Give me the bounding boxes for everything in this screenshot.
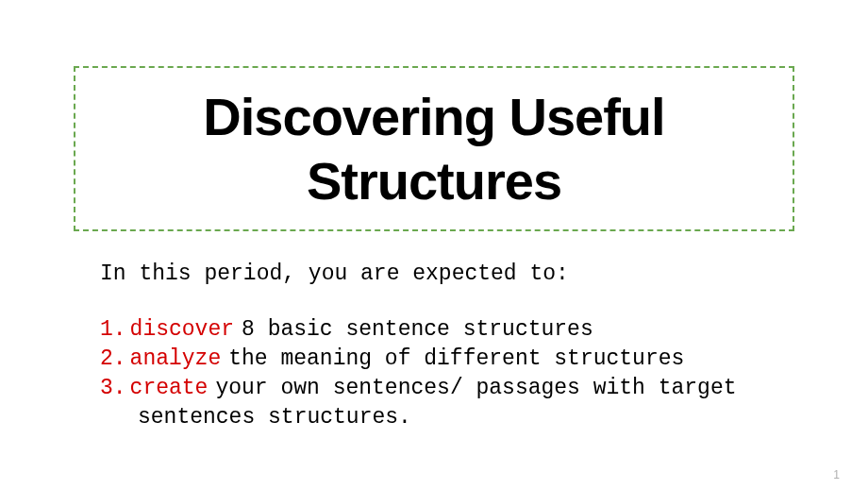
- list-keyword: discover: [130, 317, 234, 342]
- intro-text: In this period, you are expected to:: [100, 260, 789, 289]
- list-keyword: create: [130, 376, 209, 400]
- list-continuation: sentences structures.: [100, 403, 789, 432]
- list-rest: 8 basic sentence structures: [242, 317, 593, 342]
- title-box: Discovering Useful Structures: [74, 66, 794, 231]
- list-number: 3.: [100, 374, 126, 403]
- list-keyword: analyze: [130, 346, 222, 371]
- objective-list: 1. discover8 basic sentence structures 2…: [100, 315, 789, 432]
- page-number: 1: [833, 468, 840, 481]
- list-item: 2. analyzethe meaning of different struc…: [100, 345, 789, 374]
- list-rest: your own sentences/ passages with target: [215, 376, 736, 400]
- body-section: In this period, you are expected to: 1. …: [100, 260, 789, 432]
- list-number: 1.: [100, 315, 126, 345]
- list-item: 3. createyour own sentences/ passages wi…: [100, 374, 789, 403]
- list-number: 2.: [100, 345, 126, 374]
- list-item: 1. discover8 basic sentence structures: [100, 315, 789, 345]
- list-rest: the meaning of different structures: [228, 346, 684, 371]
- slide-title: Discovering Useful Structures: [75, 85, 793, 211]
